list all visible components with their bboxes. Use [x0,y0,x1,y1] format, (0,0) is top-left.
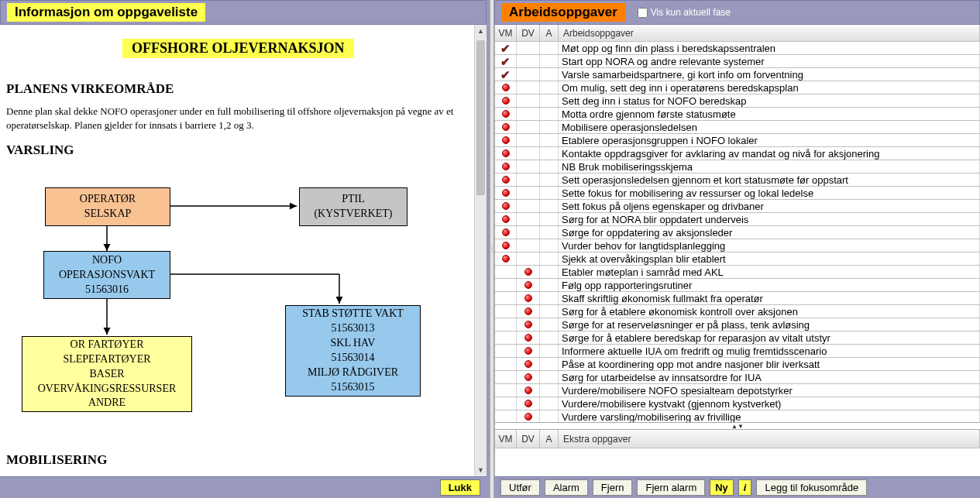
dv-cell[interactable] [517,108,540,120]
a-cell[interactable] [540,147,559,160]
a-cell[interactable] [540,252,559,265]
task-cell[interactable]: Om mulig, sett deg inn i operatørens ber… [559,81,980,94]
task-cell[interactable]: Informere aktuelle IUA om fredrift og mu… [559,345,980,357]
task-cell[interactable]: Sørge for at reserveløsninger er på plas… [559,318,980,331]
vm-cell[interactable] [495,252,517,265]
task-cell[interactable]: Sørg for at NORA blir oppdatert undervei… [559,213,980,225]
task-cell[interactable]: Etablere operasjonsgruppen i NOFO lokale… [559,134,980,146]
task-cell[interactable]: Vurder behov for langtidsplanlegging [559,239,980,252]
tasks-body[interactable]: ✔Møt opp og finn din plass i beredskapss… [495,42,980,422]
dv-cell[interactable] [517,160,540,173]
a-cell[interactable] [540,173,559,186]
a-cell[interactable] [540,108,559,120]
utfor-button[interactable]: Utfør [500,479,540,496]
table-row[interactable]: NB Bruk mobiliseringsskjema [495,160,980,173]
table-row[interactable]: Sjekk at overvåkingsplan blir etablert [495,252,980,266]
table-row[interactable]: Sett deg inn i status for NOFO beredskap [495,94,980,108]
task-cell[interactable]: Vurdere/mobilisere kystvakt (gjennom kys… [559,397,980,410]
dv-cell[interactable] [517,239,540,252]
dv-cell[interactable] [517,358,540,370]
extra-col-vm[interactable]: VM [495,430,517,448]
legg-til-button[interactable]: Legg til fokusområde [756,479,867,496]
alarm-button[interactable]: Alarm [545,479,588,496]
dv-cell[interactable] [517,42,540,54]
col-task[interactable]: Arbeidsoppgaver [559,25,980,41]
task-cell[interactable]: Vurdere/mobilisere NOFO spesialteam depo… [559,384,980,397]
table-row[interactable]: Sørge for å etablere beredskap for repar… [495,331,980,345]
task-cell[interactable]: Sette fokus for mobilisering av ressurse… [559,187,980,199]
dv-cell[interactable] [517,279,540,291]
a-cell[interactable] [540,410,559,422]
task-cell[interactable]: Kontakte oppdragsgiver for avklaring av … [559,147,980,160]
dv-cell[interactable] [517,292,540,304]
dv-cell[interactable] [517,305,540,318]
vm-cell[interactable]: ✔ [495,55,517,67]
task-cell[interactable]: Sjekk at overvåkingsplan blir etablert [559,252,980,265]
table-row[interactable]: Skaff skriftlig økonomisk fullmakt fra o… [495,292,980,305]
vm-cell[interactable] [495,147,517,160]
vm-cell[interactable] [495,410,517,422]
a-cell[interactable] [540,345,559,357]
dv-cell[interactable] [517,200,540,212]
a-cell[interactable] [540,187,559,199]
ny-button[interactable]: Ny [710,479,734,496]
a-cell[interactable] [540,134,559,146]
vm-cell[interactable] [495,200,517,212]
vm-cell[interactable] [495,173,517,186]
table-row[interactable]: Sette fokus for mobilisering av ressurse… [495,187,980,200]
table-row[interactable]: Sett operasjonsledelsen gjennom et kort … [495,173,980,187]
table-row[interactable]: Sørge for at reserveløsninger er på plas… [495,318,980,331]
dv-cell[interactable] [517,226,540,239]
a-cell[interactable] [540,305,559,318]
dv-cell[interactable] [517,121,540,133]
scroll-up-icon[interactable]: ▲ [475,25,487,37]
vm-cell[interactable] [495,81,517,94]
scroll-thumb[interactable] [476,40,485,195]
task-cell[interactable]: Motta ordre gjennom første statusmøte [559,108,980,120]
dv-cell[interactable] [517,55,540,67]
vm-cell[interactable] [495,160,517,173]
dv-cell[interactable] [517,266,540,278]
task-cell[interactable]: Møt opp og finn din plass i beredskapsse… [559,42,980,54]
fjern-alarm-button[interactable]: Fjern alarm [637,479,705,496]
table-row[interactable]: Om mulig, sett deg inn i operatørens ber… [495,81,980,94]
vm-cell[interactable] [495,239,517,252]
task-cell[interactable]: Mobilisere operasjonsledelsen [559,121,980,133]
dv-cell[interactable] [517,331,540,344]
table-row[interactable]: Etabler møteplan i samråd med AKL [495,266,980,279]
table-row[interactable]: Mobilisere operasjonsledelsen [495,121,980,134]
table-row[interactable]: Sørge for oppdatering av aksjonsleder [495,226,980,239]
a-cell[interactable] [540,266,559,278]
a-cell[interactable] [540,371,559,383]
table-row[interactable]: ✔Varsle samarbeidspartnere, gi kort info… [495,68,980,81]
dv-cell[interactable] [517,252,540,265]
phase-filter[interactable]: Vis kun aktuell fase [638,7,731,18]
vm-cell[interactable] [495,397,517,410]
table-row[interactable]: Vurder behov for langtidsplanlegging [495,239,980,252]
a-cell[interactable] [540,397,559,410]
vm-cell[interactable] [495,226,517,239]
vm-cell[interactable] [495,121,517,133]
dv-cell[interactable] [517,68,540,81]
a-cell[interactable] [540,331,559,344]
table-row[interactable]: Sørg for at NORA blir oppdatert undervei… [495,213,980,226]
dv-cell[interactable] [517,397,540,410]
dv-cell[interactable] [517,94,540,107]
a-cell[interactable] [540,318,559,331]
a-cell[interactable] [540,292,559,304]
horizontal-splitter[interactable]: ▲▼ [495,422,980,430]
vm-cell[interactable] [495,345,517,357]
a-cell[interactable] [540,81,559,94]
col-a[interactable]: A [540,25,559,41]
a-cell[interactable] [540,213,559,225]
phase-filter-checkbox[interactable] [638,8,648,18]
a-cell[interactable] [540,239,559,252]
table-row[interactable]: Sett fokus på oljens egenskaper og drivb… [495,200,980,213]
a-cell[interactable] [540,121,559,133]
table-row[interactable]: Vurdere/mobilisere kystvakt (gjennom kys… [495,397,980,410]
a-cell[interactable] [540,200,559,212]
table-row[interactable]: Påse at koordinering opp mot andre nasjo… [495,358,980,371]
table-row[interactable]: Vurdere varsling/mobilisering av frivill… [495,410,980,422]
col-dv[interactable]: DV [517,25,540,41]
extra-col-task[interactable]: Ekstra oppgaver [559,430,980,448]
